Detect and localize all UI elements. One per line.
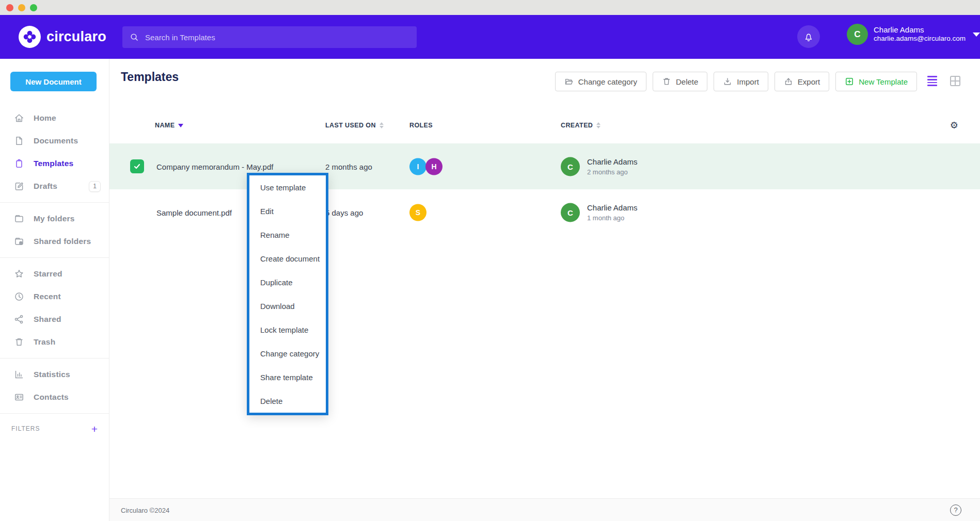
chevron-down-icon bbox=[973, 32, 980, 37]
table-row[interactable]: Company memorandum - May.pdf 2 months ag… bbox=[109, 143, 980, 189]
change-category-button[interactable]: Change category bbox=[555, 72, 646, 91]
menu-item-change-category[interactable]: Change category bbox=[249, 341, 326, 365]
sidebar-item-home[interactable]: Home bbox=[0, 107, 109, 129]
sidebar-item-shared-folders[interactable]: Shared folders bbox=[0, 230, 109, 253]
menu-item-create-document[interactable]: Create document bbox=[249, 247, 326, 270]
clock-icon bbox=[13, 291, 25, 302]
column-label: ROLES bbox=[409, 122, 433, 129]
menu-item-edit[interactable]: Edit bbox=[249, 199, 326, 223]
template-name[interactable]: Sample document.pdf bbox=[156, 208, 232, 217]
created-when: 2 months ago bbox=[587, 168, 638, 176]
plus-square-icon bbox=[845, 77, 854, 86]
sidebar-item-label: Templates bbox=[34, 159, 73, 168]
sidebar-divider bbox=[0, 257, 109, 258]
new-template-button[interactable]: New Template bbox=[835, 72, 917, 91]
button-label: Change category bbox=[578, 77, 637, 86]
help-button[interactable]: ? bbox=[950, 504, 961, 516]
row-checkbox-checked[interactable] bbox=[130, 159, 144, 173]
menu-item-share-template[interactable]: Share template bbox=[249, 365, 326, 389]
sort-icon bbox=[596, 122, 600, 128]
sidebar-item-starred[interactable]: Starred bbox=[0, 263, 109, 285]
sidebar-item-label: My folders bbox=[34, 214, 75, 223]
shared-folder-icon bbox=[13, 236, 25, 247]
window-minimize-button[interactable] bbox=[18, 4, 25, 11]
export-button[interactable]: Export bbox=[774, 72, 829, 91]
user-menu[interactable]: C Charlie Adams charlie.adams@circularo.… bbox=[847, 24, 980, 45]
menu-item-delete[interactable]: Delete bbox=[249, 389, 326, 413]
role-avatar[interactable]: H bbox=[425, 158, 442, 175]
search-bar bbox=[122, 26, 417, 48]
grid-view-button[interactable] bbox=[950, 76, 960, 86]
sort-icon bbox=[380, 122, 384, 128]
circularo-logo-icon bbox=[19, 26, 41, 48]
sidebar-item-contacts[interactable]: Contacts bbox=[0, 386, 109, 409]
sidebar-item-shared[interactable]: Shared bbox=[0, 308, 109, 331]
created-cell: C Charlie Adams 1 month ago bbox=[561, 203, 638, 222]
copyright-text: Circularo ©2024 bbox=[121, 506, 169, 514]
sidebar-item-my-folders[interactable]: My folders bbox=[0, 207, 109, 230]
table-body: Company memorandum - May.pdf 2 months ag… bbox=[109, 143, 980, 235]
sidebar-item-recent[interactable]: Recent bbox=[0, 285, 109, 308]
menu-item-duplicate[interactable]: Duplicate bbox=[249, 270, 326, 294]
column-header-created[interactable]: CREATED bbox=[561, 122, 600, 129]
folder-icon bbox=[13, 213, 25, 224]
list-view-button[interactable] bbox=[927, 76, 937, 86]
button-label: Delete bbox=[676, 77, 698, 86]
column-header-last-used-on[interactable]: LAST USED ON bbox=[325, 122, 384, 129]
bell-icon bbox=[803, 31, 814, 42]
roles-cell: I H bbox=[409, 158, 443, 175]
delete-button[interactable]: Delete bbox=[653, 72, 707, 91]
creator-name: Charlie Adams bbox=[587, 203, 638, 212]
sidebar-item-trash[interactable]: Trash bbox=[0, 331, 109, 353]
window-zoom-button[interactable] bbox=[30, 4, 37, 11]
add-filter-button[interactable]: + bbox=[91, 424, 98, 434]
share-icon bbox=[13, 314, 25, 325]
creator-name: Charlie Adams bbox=[587, 157, 638, 166]
user-avatar: C bbox=[847, 24, 868, 45]
folder-open-icon bbox=[564, 77, 574, 86]
user-name: Charlie Adams bbox=[874, 25, 966, 35]
sidebar-item-statistics[interactable]: Statistics bbox=[0, 363, 109, 386]
sidebar-item-label: Documents bbox=[34, 136, 78, 145]
footer: Circularo ©2024 ? bbox=[109, 498, 980, 521]
trash-icon bbox=[662, 77, 671, 86]
filters-section: FILTERS + bbox=[0, 418, 109, 439]
sidebar-item-label: Statistics bbox=[34, 370, 70, 379]
created-cell: C Charlie Adams 2 months ago bbox=[561, 157, 638, 176]
template-icon bbox=[13, 158, 25, 169]
brand-logo[interactable]: circularo bbox=[19, 26, 106, 48]
role-avatar[interactable]: I bbox=[409, 158, 426, 175]
notifications-button[interactable] bbox=[797, 25, 820, 48]
column-header-roles: ROLES bbox=[409, 122, 433, 129]
export-icon bbox=[784, 77, 793, 86]
sidebar-item-templates[interactable]: Templates bbox=[0, 152, 109, 175]
sidebar-item-drafts[interactable]: Drafts 1 bbox=[0, 175, 109, 198]
sidebar-divider bbox=[0, 413, 109, 414]
sidebar-item-label: Drafts bbox=[34, 182, 57, 191]
user-email: charlie.adams@circularo.com bbox=[874, 35, 966, 43]
column-label: CREATED bbox=[561, 122, 593, 129]
menu-item-lock-template[interactable]: Lock template bbox=[249, 318, 326, 341]
new-document-button[interactable]: New Document bbox=[10, 72, 97, 91]
edit-icon bbox=[13, 181, 25, 192]
sidebar-divider bbox=[0, 358, 109, 359]
role-avatar[interactable]: S bbox=[409, 204, 426, 221]
sidebar-item-label: Recent bbox=[34, 292, 61, 301]
sidebar-item-documents[interactable]: Documents bbox=[0, 129, 109, 152]
table-row[interactable]: Sample document.pdf 5 days ago S C Charl… bbox=[109, 189, 980, 235]
window-close-button[interactable] bbox=[6, 4, 13, 11]
menu-item-use-template[interactable]: Use template bbox=[249, 175, 326, 199]
button-label: New Template bbox=[859, 77, 908, 86]
search-input[interactable] bbox=[145, 33, 409, 42]
sidebar-item-label: Contacts bbox=[34, 393, 69, 402]
created-when: 1 month ago bbox=[587, 214, 638, 222]
drafts-count-badge: 1 bbox=[89, 181, 101, 192]
sidebar-divider bbox=[0, 202, 109, 203]
sidebar-item-label: Shared folders bbox=[34, 237, 91, 246]
column-settings-gear-icon[interactable]: ⚙ bbox=[950, 120, 958, 131]
menu-item-download[interactable]: Download bbox=[249, 294, 326, 318]
column-header-name[interactable]: NAME bbox=[155, 122, 183, 129]
import-button[interactable]: Import bbox=[714, 72, 768, 91]
template-name[interactable]: Company memorandum - May.pdf bbox=[156, 162, 273, 171]
menu-item-rename[interactable]: Rename bbox=[249, 223, 326, 247]
